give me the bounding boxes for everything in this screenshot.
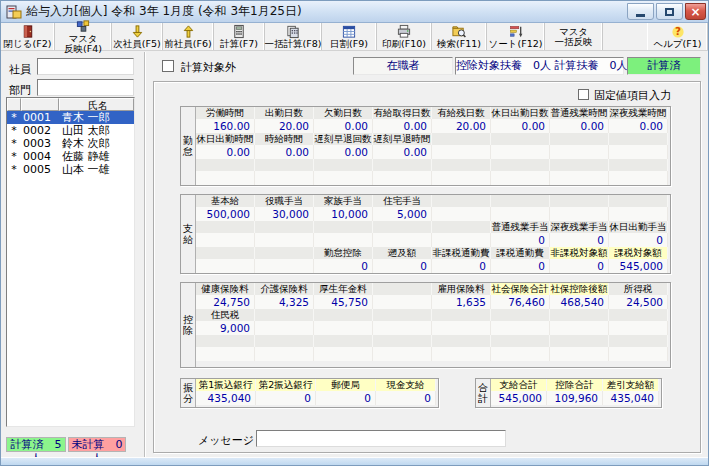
- field-value[interactable]: 0: [376, 391, 436, 405]
- field-value[interactable]: 545,000: [609, 259, 668, 273]
- field-value[interactable]: 0.00: [550, 119, 609, 133]
- field-value[interactable]: 0: [256, 391, 316, 405]
- minimize-button[interactable]: [627, 3, 654, 20]
- toolbar-button-master-reflect[interactable]: マスタ反映(F4): [55, 23, 112, 50]
- field-label: 第2振込銀行: [256, 379, 316, 391]
- toolbar-button-prev-employee[interactable]: 前社員(F6): [163, 23, 214, 50]
- field-value[interactable]: 109,960: [547, 391, 603, 405]
- field-label: [432, 221, 491, 233]
- field-value[interactable]: 76,460: [491, 295, 550, 309]
- field-value[interactable]: 0: [432, 259, 491, 273]
- field-value[interactable]: 545,000: [491, 391, 547, 405]
- toolbar-button-help[interactable]: ?ヘルプ(F1): [648, 23, 708, 50]
- field-value[interactable]: 0: [373, 259, 432, 273]
- employee-row[interactable]: *0003鈴木 次郎: [7, 137, 134, 150]
- field-label: 休日出勤時間: [196, 133, 255, 145]
- exclude-from-calc-checkbox[interactable]: [162, 60, 174, 72]
- employee-code-input[interactable]: [37, 58, 134, 75]
- field-value[interactable]: 24,500: [609, 295, 668, 309]
- help-icon: ?: [670, 24, 686, 39]
- field-value[interactable]: 0: [609, 233, 668, 247]
- maximize-icon: [665, 8, 674, 16]
- section-attendance: 勤怠労働時間出勤日数欠勤日数有給取得日数有給残日数休日出勤日数普通残業時間深夜残…: [180, 106, 671, 186]
- message-input[interactable]: [256, 430, 506, 447]
- field-label: 控除合計: [547, 379, 603, 391]
- employee-row[interactable]: *0004佐藤 静雄: [7, 150, 134, 163]
- department-label: 部門: [9, 83, 31, 98]
- toolbar-button-calculate[interactable]: 計算(F7): [214, 23, 265, 50]
- toolbar-button-sort[interactable]: ソート(F12): [487, 23, 545, 50]
- field-value[interactable]: 9,000: [196, 321, 255, 335]
- toolbar-button-print[interactable]: 印刷(F10): [377, 23, 432, 50]
- field-value[interactable]: 435,040: [196, 391, 256, 405]
- field-value[interactable]: 4,325: [255, 295, 314, 309]
- field-value[interactable]: 0: [314, 259, 373, 273]
- field-label: [196, 335, 255, 347]
- field-value[interactable]: 160.00: [196, 119, 255, 133]
- field-label: 時給時間: [255, 133, 314, 145]
- employee-row[interactable]: *0005山本 一雄: [7, 163, 134, 176]
- toolbar-button-master-batch-reflect[interactable]: マスタ一括反映: [545, 23, 603, 50]
- field-value[interactable]: 0.00: [491, 119, 550, 133]
- field-label: 厚生年金料: [314, 283, 373, 295]
- field-value: [432, 321, 491, 335]
- field-value[interactable]: 0: [316, 391, 376, 405]
- field-value[interactable]: 0.00: [373, 119, 432, 133]
- department-code-input[interactable]: [37, 79, 134, 96]
- field-value[interactable]: 0.00: [255, 145, 314, 159]
- section-label-distribution: 振分: [181, 379, 196, 407]
- field-value[interactable]: 0: [491, 233, 550, 247]
- field-value: [255, 259, 314, 273]
- maximize-button[interactable]: [656, 3, 683, 20]
- field-value[interactable]: 30,000: [255, 207, 314, 221]
- field-value[interactable]: 468,540: [550, 295, 609, 309]
- field-label: 労働時間: [196, 107, 255, 119]
- field-label: [491, 335, 550, 347]
- field-label: [609, 309, 668, 321]
- employee-row[interactable]: *0002山田 太郎: [7, 124, 134, 137]
- field-value[interactable]: 0.00: [196, 145, 255, 159]
- employee-row[interactable]: *0001青木 一郎: [7, 111, 134, 124]
- title-bar: 給与入力[個人] 令和 3年 1月度 (令和 3年1月25日) ×: [1, 1, 708, 23]
- employee-name: 青木 一郎: [59, 111, 134, 124]
- next-employee-icon: [129, 24, 145, 39]
- field-value[interactable]: 20.00: [432, 119, 491, 133]
- field-label: [314, 309, 373, 321]
- field-value[interactable]: 24,750: [196, 295, 255, 309]
- section-label-total: 合計: [476, 379, 491, 407]
- field-value[interactable]: 10,000: [314, 207, 373, 221]
- field-value[interactable]: 0.00: [609, 119, 668, 133]
- field-value[interactable]: 1,635: [432, 295, 491, 309]
- field-value[interactable]: 0: [550, 233, 609, 247]
- field-value[interactable]: 5,000: [373, 207, 432, 221]
- field-value: [373, 347, 432, 361]
- sort-icon: [508, 24, 524, 39]
- field-label: [550, 133, 609, 145]
- field-value[interactable]: 0: [491, 259, 550, 273]
- field-value: [491, 145, 550, 159]
- field-value[interactable]: 0.00: [314, 145, 373, 159]
- toolbar-button-close[interactable]: 閉じる(F2): [1, 23, 55, 50]
- field-label: [373, 309, 432, 321]
- toolbar-button-search[interactable]: 検索(F11): [432, 23, 487, 50]
- section-grid-total: 支給合計控除合計差引支給額545,000109,960435,040: [491, 379, 661, 407]
- close-button[interactable]: ×: [685, 3, 706, 20]
- field-label: [432, 195, 491, 207]
- field-label: [609, 133, 668, 145]
- field-value[interactable]: 0.00: [373, 145, 432, 159]
- employee-code: 0004: [21, 150, 59, 163]
- toolbar-button-batch-calculate[interactable]: 一括計算(F8): [265, 23, 322, 50]
- field-value[interactable]: 45,750: [314, 295, 373, 309]
- field-value[interactable]: 20.00: [255, 119, 314, 133]
- field-value[interactable]: 435,040: [603, 391, 659, 405]
- field-label: 非課税対象額: [550, 247, 609, 259]
- field-value[interactable]: 500,000: [196, 207, 255, 221]
- toolbar-button-next-employee[interactable]: 次社員(F5): [112, 23, 163, 50]
- fixed-value-input-checkbox[interactable]: [578, 89, 589, 100]
- field-value[interactable]: 0.00: [314, 119, 373, 133]
- field-value[interactable]: 0: [550, 259, 609, 273]
- toolbar-button-daily-rate[interactable]: 日割(F9): [322, 23, 377, 50]
- field-label: [491, 133, 550, 145]
- toolbar-button-label: マスタ一括反映: [555, 27, 593, 47]
- field-label: [314, 221, 373, 233]
